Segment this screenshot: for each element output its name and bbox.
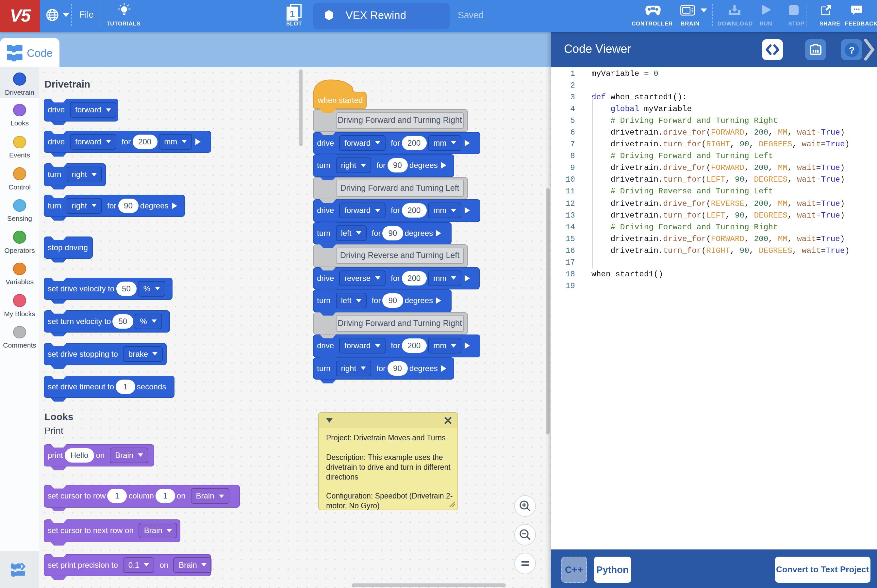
svg-text:1: 1 (290, 9, 295, 19)
svg-text:when started: when started (318, 95, 363, 104)
svg-text:?: ? (848, 44, 854, 55)
